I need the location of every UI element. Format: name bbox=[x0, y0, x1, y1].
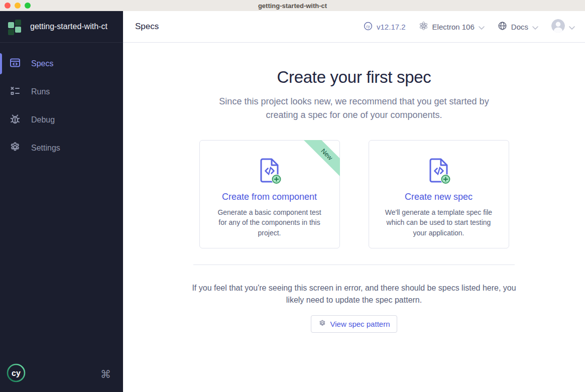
close-window-button[interactable] bbox=[5, 3, 11, 9]
runs-icon bbox=[9, 85, 21, 99]
main-subheading: Since this project looks new, we recomme… bbox=[208, 95, 500, 122]
view-spec-pattern-label: View spec pattern bbox=[330, 320, 390, 328]
spec-file-icon bbox=[427, 177, 451, 185]
spec-pattern-note: If you feel that you're seeing this scre… bbox=[191, 282, 517, 306]
cy-logo-text: cy bbox=[12, 369, 21, 377]
card-description: Generate a basic component test for any … bbox=[215, 207, 324, 238]
sidebar-item-runs[interactable]: Runs bbox=[0, 78, 123, 106]
sidebar-item-label: Debug bbox=[31, 115, 55, 124]
create-new-spec-card[interactable]: Create new spec We'll generate a templat… bbox=[369, 140, 509, 248]
version-link[interactable]: cy v12.17.2 bbox=[364, 22, 406, 32]
svg-text:cy: cy bbox=[366, 24, 371, 29]
sidebar-nav: Specs Runs bbox=[0, 43, 123, 162]
specs-icon bbox=[9, 57, 21, 71]
docs-label: Docs bbox=[511, 23, 528, 31]
header-right-group: cy v12.17.2 Electron 106 bbox=[364, 19, 575, 34]
window-title: getting-started-with-ct bbox=[258, 2, 327, 10]
sidebar-item-label: Settings bbox=[31, 144, 60, 153]
spec-cards-row: New bbox=[123, 140, 585, 248]
divider bbox=[193, 265, 515, 265]
browser-label: Electron 106 bbox=[432, 23, 475, 31]
new-ribbon: New bbox=[304, 140, 340, 176]
keyboard-shortcuts-icon[interactable]: ⌘ bbox=[100, 369, 111, 379]
new-ribbon-label: New bbox=[304, 140, 340, 176]
sidebar-project-header: getting-started-with-ct bbox=[0, 11, 123, 43]
cypress-logo[interactable]: cy bbox=[6, 363, 26, 385]
gear-icon bbox=[318, 319, 326, 329]
sidebar-item-label: Specs bbox=[31, 59, 53, 68]
version-label: v12.17.2 bbox=[377, 23, 406, 31]
active-indicator bbox=[0, 53, 2, 74]
gear-icon bbox=[9, 141, 21, 155]
sidebar: getting-started-with-ct Specs bbox=[0, 11, 123, 392]
chevron-down-icon bbox=[569, 23, 575, 31]
browser-selector[interactable]: Electron 106 bbox=[419, 21, 485, 32]
chevron-down-icon bbox=[479, 23, 485, 31]
card-title: Create new spec bbox=[369, 192, 509, 202]
chevron-down-icon bbox=[532, 23, 538, 31]
project-name: getting-started-with-ct bbox=[30, 22, 107, 31]
app-frame: getting-started-with-ct Specs bbox=[0, 11, 585, 392]
main-heading: Create your first spec bbox=[123, 68, 585, 87]
sidebar-footer: cy ⌘ bbox=[0, 356, 123, 392]
cypress-badge-icon: cy bbox=[364, 22, 373, 32]
main-area: Specs cy v12.17.2 bbox=[123, 11, 585, 392]
sidebar-item-label: Runs bbox=[31, 87, 50, 96]
view-spec-pattern-button[interactable]: View spec pattern bbox=[311, 315, 398, 333]
content: Create your first spec Since this projec… bbox=[123, 43, 585, 333]
card-title: Create from component bbox=[200, 192, 339, 202]
card-description: We'll generate a template spec file whic… bbox=[380, 207, 498, 238]
traffic-lights bbox=[5, 3, 31, 9]
window-titlebar: getting-started-with-ct bbox=[0, 0, 585, 11]
sidebar-item-debug[interactable]: Debug bbox=[0, 106, 123, 134]
avatar bbox=[551, 19, 565, 34]
create-from-component-card[interactable]: New bbox=[199, 140, 340, 248]
user-menu[interactable] bbox=[551, 19, 575, 34]
project-logo-icon bbox=[8, 19, 22, 34]
docs-globe-icon bbox=[498, 21, 507, 32]
spec-file-icon bbox=[258, 177, 282, 185]
zoom-window-button[interactable] bbox=[25, 3, 31, 9]
page-title: Specs bbox=[135, 22, 159, 32]
minimize-window-button[interactable] bbox=[15, 3, 21, 9]
sidebar-item-specs[interactable]: Specs bbox=[0, 50, 123, 78]
bug-icon bbox=[9, 113, 21, 127]
main-header: Specs cy v12.17.2 bbox=[123, 11, 585, 43]
docs-menu[interactable]: Docs bbox=[498, 21, 538, 32]
electron-icon bbox=[419, 21, 428, 32]
sidebar-item-settings[interactable]: Settings bbox=[0, 134, 123, 162]
